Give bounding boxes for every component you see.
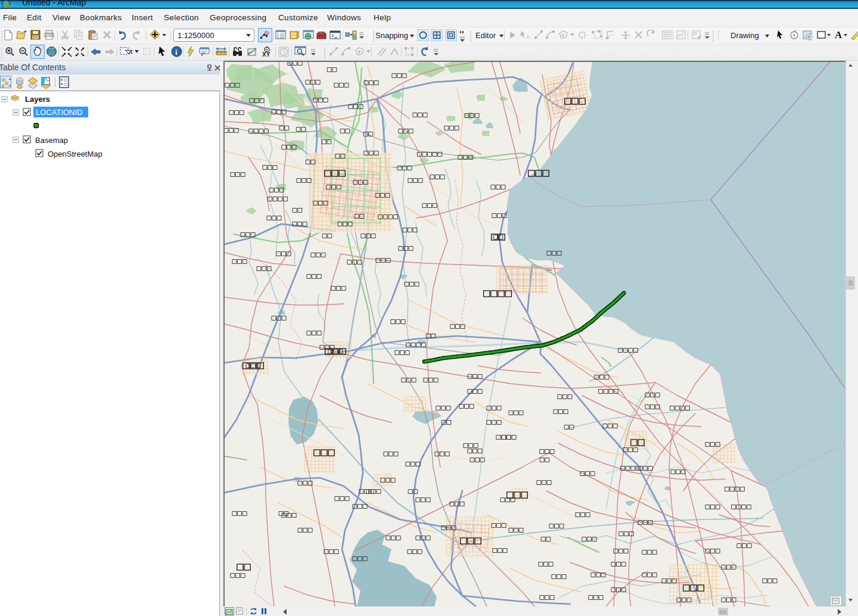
svg-text:OpenStreetMap: OpenStreetMap: [48, 150, 102, 158]
svg-text:A: A: [835, 29, 843, 41]
svg-text:A: A: [526, 34, 530, 40]
svg-text:LOCATIONID: LOCATIONID: [36, 108, 83, 117]
svg-text:i: i: [175, 48, 178, 57]
svg-text:Layers: Layers: [25, 95, 50, 104]
svg-text:XY: XY: [262, 51, 271, 58]
svg-text:Basemap: Basemap: [35, 136, 68, 145]
